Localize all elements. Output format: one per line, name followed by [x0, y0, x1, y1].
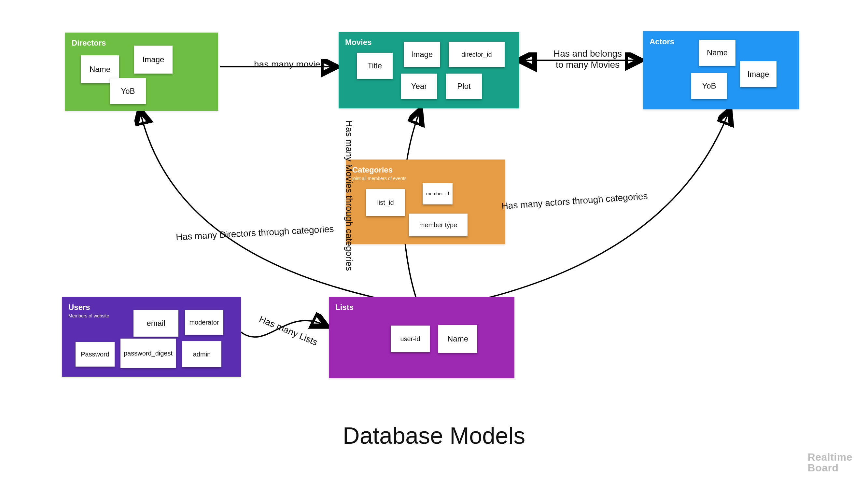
diagram-canvas[interactable]: Directors Name Image YoB Movies Title Im…	[0, 0, 868, 488]
field-users-password: Password	[75, 342, 115, 367]
rel-categories-actors: Has many actors through categories	[501, 191, 648, 211]
field-actors-yob: YoB	[691, 73, 727, 99]
entity-categories[interactable]: Categories joint all members of events l…	[346, 159, 505, 244]
field-movies-title: Title	[357, 53, 393, 79]
entity-directors[interactable]: Directors Name Image YoB	[65, 33, 218, 111]
rel-categories-movies: Has many Movies through categories	[344, 120, 354, 271]
entity-title: Categories	[352, 165, 499, 175]
field-directors-image: Image	[134, 45, 173, 73]
field-actors-image: Image	[740, 61, 776, 87]
field-movies-plot: Plot	[446, 73, 482, 99]
field-users-admin: admin	[182, 341, 221, 367]
rel-users-lists: Has many Lists	[257, 314, 319, 348]
watermark: Realtime Board	[808, 452, 852, 474]
field-users-moderator: moderator	[185, 310, 223, 335]
field-users-email: email	[133, 310, 179, 337]
entity-lists[interactable]: Lists user-id Name	[329, 297, 515, 378]
field-movies-year: Year	[401, 73, 437, 99]
rel-categories-directors: Has many Directors through categories	[176, 224, 334, 242]
field-lists-name: Name	[438, 325, 477, 353]
entity-title: Lists	[335, 303, 508, 312]
watermark-line1: Realtime	[808, 451, 852, 463]
entity-actors[interactable]: Actors Name Image YoB	[643, 31, 799, 110]
field-lists-user-id: user-id	[391, 326, 430, 352]
rel-movies-actors: Has and belongs to many Movies	[544, 48, 632, 70]
watermark-line2: Board	[808, 462, 839, 474]
field-movies-director-id: director_id	[448, 42, 505, 67]
entity-movies[interactable]: Movies Title Image director_id Year Plot	[339, 32, 519, 109]
field-categories-member-type: member type	[409, 214, 468, 236]
field-categories-list-id: list_id	[366, 189, 405, 216]
field-users-password-digest: password_digest	[121, 339, 176, 368]
diagram-title: Database Models	[343, 422, 525, 449]
rel-movies-actors-line2: to many Movies	[556, 60, 620, 70]
field-directors-yob: YoB	[110, 78, 146, 104]
field-movies-image: Image	[404, 42, 440, 67]
field-actors-name: Name	[699, 40, 736, 66]
field-categories-member-id: member_id	[423, 183, 453, 205]
entity-subtitle: joint all members of events	[352, 176, 499, 181]
entity-users[interactable]: Users Members of website email moderator…	[62, 297, 241, 377]
rel-directors-movies: has many movies	[254, 59, 325, 70]
rel-movies-actors-line1: Has and belongs	[554, 49, 622, 59]
